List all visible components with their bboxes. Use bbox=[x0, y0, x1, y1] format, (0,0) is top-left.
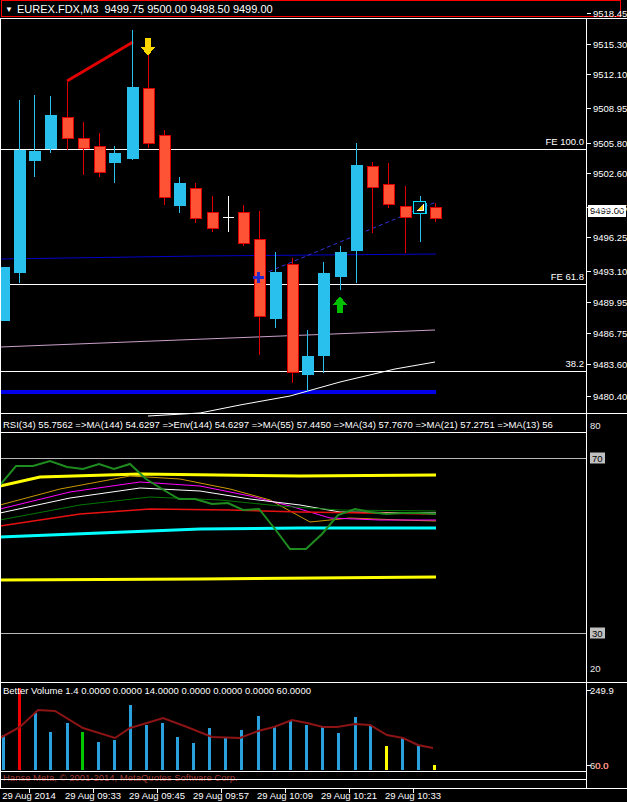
price-axis-label: 9505.80 bbox=[593, 138, 627, 149]
fib-level-label: FE 61.8 bbox=[551, 271, 584, 282]
labels-layer: ▼ EUREX.FDX,M3 9499.75 9500.00 9498.50 9… bbox=[0, 0, 627, 802]
copyright-text: Hanse Meta, © 2001-2014, MetaQuotes Soft… bbox=[3, 772, 238, 783]
price-axis-label: 9480.40 bbox=[593, 391, 627, 402]
titlebar: EUREX.FDX,M3 9499.75 9500.00 9498.50 949… bbox=[17, 3, 273, 15]
rsi-axis-label: 70 bbox=[590, 453, 605, 464]
volume-indicator-label: Better Volume 1.4 0.0000 0.0000 14.0000 … bbox=[3, 685, 585, 696]
fib-level-label: 38.2 bbox=[566, 358, 585, 369]
rsi-indicator-label: RSI(34) 55.7562 =>MA(144) 54.6297 =>Env(… bbox=[3, 419, 585, 430]
price-axis-label: 9508.95 bbox=[593, 103, 627, 114]
symbol-title: EUREX.FDX,M3 bbox=[17, 3, 98, 15]
rsi-axis-label: 20 bbox=[590, 663, 601, 674]
price-axis-label: 9489.95 bbox=[593, 297, 627, 308]
time-axis-label[interactable]: 29 Aug 09:57 bbox=[193, 790, 249, 801]
panel-bottom-border bbox=[0, 779, 586, 780]
fib-level-label: FE 100.0 bbox=[545, 136, 584, 147]
price-axis-label: 9496.25 bbox=[593, 232, 627, 243]
price-axis-label: 9483.60 bbox=[593, 359, 627, 370]
time-axis-label[interactable]: 29 Aug 10:21 bbox=[321, 790, 377, 801]
time-axis-label[interactable]: 29 Aug 09:45 bbox=[129, 790, 185, 801]
price-axis-label: 9512.10 bbox=[593, 69, 627, 80]
price-axis-label: 9493.10 bbox=[593, 266, 627, 277]
time-axis-label[interactable]: 29 Aug 2014 bbox=[2, 790, 55, 801]
rsi-axis-label: 30 bbox=[590, 628, 605, 639]
symbol-dropdown-icon[interactable]: ▼ bbox=[5, 5, 13, 14]
volume-axis-label: 249.9 bbox=[590, 685, 614, 696]
price-axis-label: 9502.60 bbox=[593, 168, 627, 179]
time-axis-label[interactable]: 29 Aug 10:09 bbox=[257, 790, 313, 801]
price-axis-label: 9518.45 bbox=[593, 8, 627, 19]
volume-axis-label: 0.0 bbox=[595, 760, 608, 771]
rsi-axis-label: 80 bbox=[590, 420, 601, 431]
price-axis-label: 9486.75 bbox=[593, 328, 627, 339]
time-axis-label[interactable]: 29 Aug 09:33 bbox=[65, 790, 121, 801]
price-axis-label: 9499.45 bbox=[593, 202, 627, 213]
price-axis-label: 9515.30 bbox=[593, 39, 627, 50]
time-axis-label[interactable]: 29 Aug 10:33 bbox=[385, 790, 441, 801]
ohlc-quotes: 9499.75 9500.00 9498.50 9499.00 bbox=[104, 3, 272, 15]
